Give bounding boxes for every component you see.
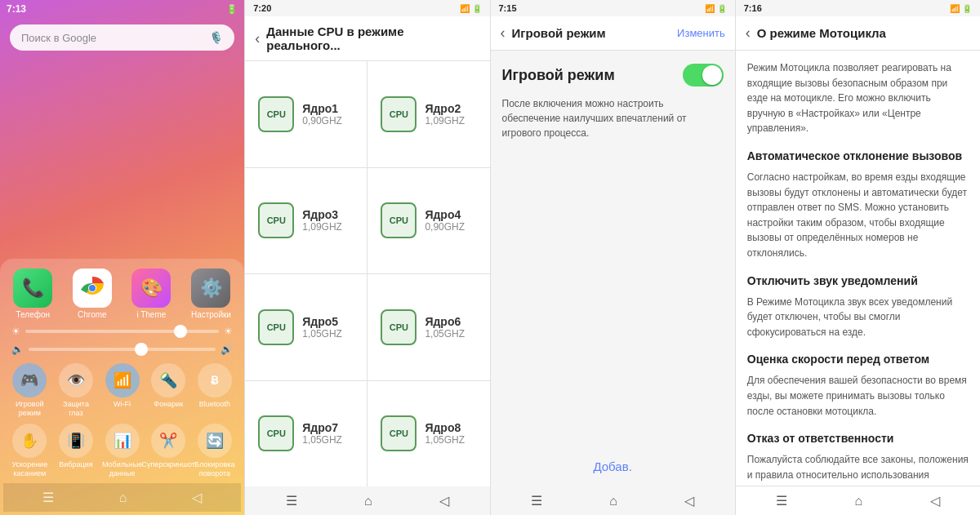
wifi-label: Wi-Fi xyxy=(114,400,131,409)
toggle-superscreenshot[interactable]: ✂️ Суперскриншот xyxy=(148,424,189,478)
volume-low-icon: 🔈 xyxy=(11,344,24,355)
status-bar-2: 7:20 📶 🔋 xyxy=(245,0,489,16)
dock-app-phone[interactable]: 📞 Телефон xyxy=(13,269,52,319)
toggle-game-mode[interactable]: 🎮 Игровой режим xyxy=(9,363,50,418)
signal-icon-3: 📶 xyxy=(705,4,715,13)
cpu-panel-title: Данные CPU в режиме реального... xyxy=(266,24,479,52)
moto-section-1: Автоматическое отклонение вызовов Соглас… xyxy=(747,148,969,261)
cpu-info-3: Ядро4 0,90GHZ xyxy=(425,208,465,233)
status-icons-1: 🔋 xyxy=(226,4,238,15)
core-name-2: Ядро3 xyxy=(302,208,342,221)
cpu-icon-0: CPU xyxy=(258,96,294,132)
status-icons-4: 📶 🔋 xyxy=(950,3,972,13)
back-button-2[interactable]: ‹ xyxy=(255,30,260,47)
svg-point-3 xyxy=(89,285,96,291)
app-dock-row: 📞 Телефон Chrome xyxy=(3,265,241,322)
cpu-icon-2: CPU xyxy=(258,202,294,238)
nav-home-3[interactable]: ⌂ xyxy=(609,494,617,508)
nav-back-2[interactable]: ◁ xyxy=(439,493,449,508)
nav-menu-2[interactable]: ☰ xyxy=(286,493,297,508)
back-button-3[interactable]: ‹ xyxy=(501,24,506,42)
nav-menu-1[interactable]: ☰ xyxy=(42,490,54,505)
brightness-thumb[interactable] xyxy=(174,325,187,338)
toggle-mobile-data[interactable]: 📊 Мобильные данные xyxy=(102,424,143,478)
search-bar[interactable]: Поиск в Google 🎙️ xyxy=(10,24,234,51)
bottom-dock: 📞 Телефон Chrome xyxy=(0,259,244,515)
nav-back-1[interactable]: ◁ xyxy=(192,490,202,505)
core-name-0: Ядро1 xyxy=(302,102,342,115)
moto-panel-title: О режиме Мотоцикла xyxy=(757,26,970,40)
battery-icon-1: 🔋 xyxy=(226,4,238,15)
brightness-low-icon: ☀ xyxy=(11,326,20,337)
screenshot-label: Суперскриншот xyxy=(142,460,195,469)
touch-boost-icon: ✋ xyxy=(12,424,47,458)
status-bar-4: 7:16 📶 🔋 xyxy=(736,0,980,16)
game-mode-toggle[interactable] xyxy=(683,64,724,87)
nav-bar-4: ☰ ⌂ ◁ xyxy=(736,486,980,515)
core-freq-0: 0,90GHZ xyxy=(302,115,342,127)
game-mode-description: После включения можно настроить обеспече… xyxy=(502,96,724,140)
touch-boost-label: Ускорение касанием xyxy=(9,460,50,478)
quick-toggles-row2: ✋ Ускорение касанием 📳 Вибрация 📊 Мобиль… xyxy=(3,422,241,483)
cpu-data-panel: 7:20 📶 🔋 ‹ Данные CPU в режиме реального… xyxy=(244,0,489,515)
itheme-app-label: i Theme xyxy=(136,310,166,319)
moto-section-text-1: Согласно настройкам, во время езды входя… xyxy=(747,170,969,261)
core-name-6: Ядро7 xyxy=(302,421,342,434)
toggle-eye-protect[interactable]: 👁️ Защита глаз xyxy=(56,363,96,418)
toggle-flashlight[interactable]: 🔦 Фонарик xyxy=(148,363,189,418)
nav-back-3[interactable]: ◁ xyxy=(684,493,694,508)
game-mode-content: Игровой режим После включения можно наст… xyxy=(491,51,735,170)
game-panel-header: ‹ Игровой режим Изменить xyxy=(491,16,735,51)
cpu-core-0: CPU Ядро1 0,90GHZ xyxy=(245,61,367,167)
core-freq-1: 1,09GHZ xyxy=(425,115,465,127)
nav-bar-1: ☰ ⌂ ◁ xyxy=(3,483,241,512)
vibration-label: Вибрация xyxy=(59,460,92,469)
brightness-high-icon: ☀ xyxy=(224,326,233,337)
moto-section-text-3: Для обеспечения вашей безопасности во вр… xyxy=(747,373,969,419)
quick-toggles-row1: 🎮 Игровой режим 👁️ Защита глаз 📶 Wi-Fi 🔦… xyxy=(3,358,241,423)
dock-app-chrome[interactable]: Chrome xyxy=(73,269,112,319)
change-button[interactable]: Изменить xyxy=(677,27,725,39)
cpu-core-2: CPU Ядро3 1,09GHZ xyxy=(245,168,367,274)
nav-home-1[interactable]: ⌂ xyxy=(119,491,127,505)
moto-section-text-4: Пожалуйста соблюдайте все законы, положе… xyxy=(747,452,969,486)
cpu-info-5: Ядро6 1,05GHZ xyxy=(425,315,465,340)
nav-home-2[interactable]: ⌂ xyxy=(364,494,372,508)
nav-menu-3[interactable]: ☰ xyxy=(531,493,542,508)
time-display-2: 7:20 xyxy=(253,3,271,13)
itheme-app-icon: 🎨 xyxy=(131,269,171,308)
cpu-icon-3: CPU xyxy=(381,202,416,238)
moto-section-4: Отказ от ответственности Пожалуйста собл… xyxy=(747,430,969,486)
nav-back-4[interactable]: ◁ xyxy=(930,493,940,508)
volume-thumb[interactable] xyxy=(135,343,148,356)
toggle-rotation-lock[interactable]: 🔄 Блокировка поворота xyxy=(194,424,235,478)
toggle-touch-boost[interactable]: ✋ Ускорение касанием xyxy=(9,424,50,478)
core-freq-7: 1,05GHZ xyxy=(425,434,465,446)
nav-menu-4[interactable]: ☰ xyxy=(776,493,787,508)
toggle-vibration[interactable]: 📳 Вибрация xyxy=(56,424,96,478)
dock-app-itheme[interactable]: 🎨 i Theme xyxy=(131,269,171,319)
moto-section-2: Отключить звук уведомлений В Режиме Мото… xyxy=(747,273,969,340)
back-button-4[interactable]: ‹ xyxy=(746,24,751,42)
rotation-lock-label: Блокировка поворота xyxy=(194,460,235,478)
core-freq-6: 1,05GHZ xyxy=(302,434,342,446)
cpu-icon-5: CPU xyxy=(381,309,416,345)
core-freq-5: 1,05GHZ xyxy=(425,328,465,340)
cpu-info-2: Ядро3 1,09GHZ xyxy=(302,208,342,233)
toggle-wifi[interactable]: 📶 Wi-Fi xyxy=(102,363,143,418)
phone-app-label: Телефон xyxy=(16,310,50,319)
dock-app-settings[interactable]: ⚙️ Настройки xyxy=(191,269,231,319)
rotation-lock-icon: 🔄 xyxy=(198,424,232,458)
signal-icon-2: 📶 xyxy=(460,4,470,13)
nav-home-4[interactable]: ⌂ xyxy=(855,494,863,508)
core-name-4: Ядро5 xyxy=(302,315,342,328)
brightness-track[interactable] xyxy=(25,330,219,333)
core-name-5: Ядро6 xyxy=(425,315,465,328)
moto-intro-text: Режим Мотоцикла позволяет реагировать на… xyxy=(747,60,969,136)
toggle-bluetooth[interactable]: Ƀ Bluetooth xyxy=(194,363,235,418)
game-panel-title: Игровой режим xyxy=(512,26,671,40)
add-game-button[interactable]: Добав. xyxy=(491,446,735,486)
moto-mode-content: Режим Мотоцикла позволяет реагировать на… xyxy=(736,51,980,486)
mic-icon[interactable]: 🎙️ xyxy=(209,31,223,44)
volume-track[interactable] xyxy=(29,348,216,351)
